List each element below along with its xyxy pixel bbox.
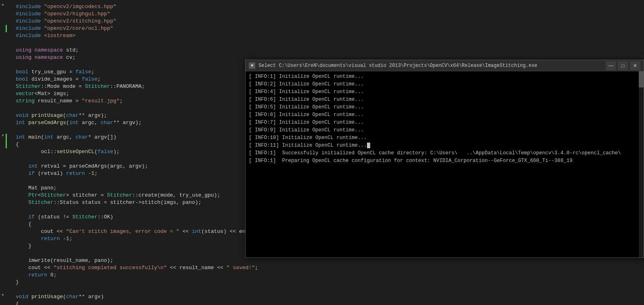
code-content: if (status != Stitcher::OK)	[8, 214, 113, 221]
fold-icon[interactable]: ▼	[2, 3, 4, 7]
code-content: #include "opencv2/stitching.hpp"	[8, 18, 117, 25]
terminal-cursor	[367, 143, 370, 148]
terminal-output: [ INFO:1] Initialize OpenCL runtime...[ …	[249, 73, 640, 165]
terminal-line: [ INFO:5] Initialize OpenCL runtime...	[249, 104, 640, 111]
code-content: #include <iostream>	[8, 32, 75, 39]
maximize-button[interactable]: □	[618, 61, 628, 70]
code-content: Stitcher::Mode mode = Stitcher::PANORAMA…	[8, 83, 145, 90]
terminal-line: [ INFO:7] Initialize OpenCL runtime...	[249, 119, 640, 127]
line-gutter: ▼	[0, 3, 6, 7]
code-line	[0, 39, 644, 47]
code-content: int parseCmdArgs(int argc, char** argv);	[8, 119, 142, 127]
code-line: ▼#include "opencv2/imgcodecs.hpp"	[0, 3, 644, 10]
code-content: bool divide_images = false;	[8, 76, 101, 83]
code-content: void printUsage(char** argv);	[8, 112, 107, 119]
terminal-scrollbar-thumb[interactable]	[639, 71, 644, 87]
terminal-line: [ INFO:4] Initialize OpenCL runtime...	[249, 88, 640, 96]
code-content: bool try_use_gpu = false;	[8, 68, 94, 76]
code-content: }	[8, 279, 19, 286]
code-content: {	[8, 301, 19, 305]
code-content: #include "opencv2/highgui.hpp"	[8, 10, 110, 18]
code-content: #include "opencv2/core/ocl.hpp"	[8, 25, 113, 32]
terminal-line: [ INFO:8] Initialize OpenCL runtime...	[249, 111, 640, 119]
line-gutter: ▼	[0, 134, 6, 138]
terminal-line: [ INFO:11] Initialize OpenCL runtime...	[249, 142, 640, 149]
terminal-line: [ INFO:9] Initialize OpenCL runtime...	[249, 127, 640, 134]
code-line: #include "opencv2/highgui.hpp"	[0, 10, 644, 18]
code-content: vector<Mat> imgs;	[8, 90, 69, 98]
code-line: #include <iostream>	[0, 32, 644, 39]
code-content: }	[8, 243, 31, 250]
code-content: return -1;	[8, 235, 72, 243]
terminal-window[interactable]: ■ Select C:\Users\EreN\documents\visual …	[245, 60, 644, 258]
line-gutter: ▼	[0, 293, 6, 297]
fold-icon[interactable]: ▼	[2, 134, 4, 138]
terminal-controls[interactable]: — □ ✕	[606, 61, 640, 70]
line-bar	[6, 134, 7, 141]
code-content: string result_name = "result.jpg";	[8, 98, 123, 105]
code-content: if (retval) return -1;	[8, 170, 98, 177]
terminal-body: [ INFO:1] Initialize OpenCL runtime...[ …	[246, 71, 644, 257]
code-content: {	[8, 221, 31, 228]
code-content: ocl::setUseOpenCL(false);	[8, 148, 120, 156]
code-line	[0, 286, 644, 293]
code-content: int main(int argc, char* argv[])	[8, 134, 117, 141]
code-content: {	[8, 141, 19, 148]
code-content: using namespace cv;	[8, 54, 75, 61]
fold-icon[interactable]: ▼	[2, 293, 4, 297]
code-line: #include "opencv2/core/ocl.hpp"	[0, 25, 644, 32]
terminal-title: Select C:\Users\EreN\documents\visual st…	[258, 63, 606, 68]
terminal-line: [ INFO:2] Initialize OpenCL runtime...	[249, 81, 640, 88]
line-bar	[6, 25, 7, 32]
minimize-button[interactable]: —	[606, 61, 616, 70]
code-line: }	[0, 279, 644, 286]
code-line: #include "opencv2/stitching.hpp"	[0, 18, 644, 25]
code-content: Stitcher::Status status = stitcher->stit…	[8, 199, 201, 206]
code-content: return 0;	[8, 272, 56, 279]
terminal-line: [ INFO:6] Initialize OpenCL runtime...	[249, 96, 640, 104]
code-content: imwrite(result_name, pano);	[8, 257, 113, 264]
line-bar	[6, 141, 7, 148]
terminal-line: [ INFO:1] Preparing OpenCL cache configu…	[249, 157, 640, 165]
code-content: cout << "stitching completed successfull…	[8, 264, 258, 272]
code-content: int retval = parseCmdArgs(argc, argv);	[8, 163, 148, 170]
code-content: Mat pano;	[8, 185, 56, 192]
code-content: using namespace std;	[8, 47, 79, 54]
terminal-scrollbar[interactable]	[639, 71, 644, 257]
terminal-line: [ INFO:1] Successfully initialized OpenC…	[249, 149, 640, 157]
code-line: ▼void printUsage(char** argv)	[0, 293, 644, 301]
terminal-icon: ■	[249, 62, 255, 69]
code-content: #include "opencv2/imgcodecs.hpp"	[8, 3, 117, 10]
terminal-line: [ INFO:1] Initialize OpenCL runtime...	[249, 73, 640, 81]
code-line: using namespace std;	[0, 47, 644, 54]
code-content: Ptr<Stitcher> stitcher = Stitcher::creat…	[8, 192, 220, 199]
code-line: return 0;	[0, 272, 644, 279]
code-line: imwrite(result_name, pano);	[0, 257, 644, 264]
close-button[interactable]: ✕	[630, 61, 640, 70]
code-content: cout << "Can't stitch images, error code…	[8, 228, 255, 235]
terminal-line: [ INFO:10] Initialize OpenCL runtime...	[249, 134, 640, 142]
code-line: {	[0, 301, 644, 305]
code-line: cout << "stitching completed successfull…	[0, 264, 644, 272]
terminal-titlebar: ■ Select C:\Users\EreN\documents\visual …	[246, 60, 644, 71]
code-content: void printUsage(char** argv)	[8, 293, 104, 301]
